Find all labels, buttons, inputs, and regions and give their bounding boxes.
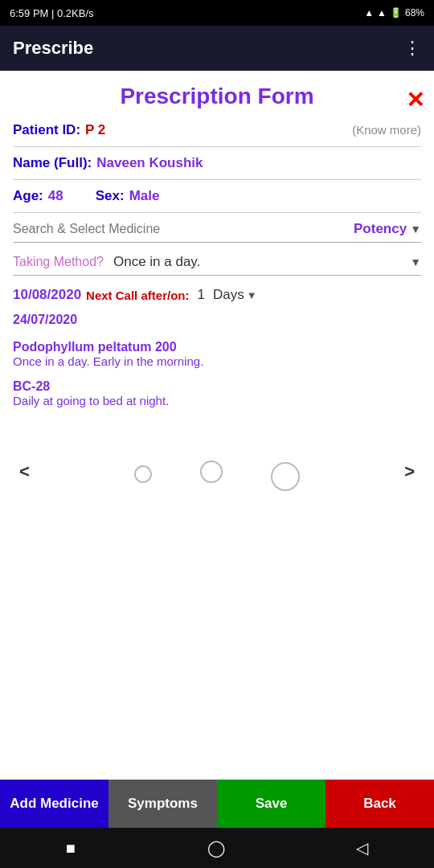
taking-method-label: Taking Method?	[13, 255, 104, 269]
days-chevron-icon: ▼	[247, 289, 257, 301]
medicine-entry-1: Podophyllum peltatum 200 Once in a day. …	[13, 340, 421, 368]
potency-chevron-icon: ▼	[410, 223, 421, 235]
medicine-entry-2: BC-28 Daily at going to bed at night.	[13, 379, 421, 407]
wifi-icon: ▲	[377, 7, 387, 18]
battery-percent: 68%	[405, 7, 424, 18]
carousel-dot-3[interactable]	[271, 462, 300, 491]
medicine-instructions-1: Once in a day. Early in the morning.	[13, 354, 421, 368]
age-label: Age:	[13, 188, 43, 204]
days-value: Days	[213, 287, 244, 303]
nav-square-icon[interactable]: ■	[66, 839, 76, 858]
carousel-area: < >	[13, 432, 421, 512]
date-call-row: 10/08/2020 Next Call after/on: 1 Days ▼	[13, 287, 421, 303]
patient-id-value: P 2	[85, 122, 105, 138]
battery-icon: 🔋	[390, 7, 402, 18]
next-call-label: Next Call after/on:	[86, 289, 189, 302]
name-row: Name (Full): Naveen Koushik	[13, 155, 421, 171]
nav-title: Prescribe	[13, 38, 93, 59]
medicine-name-1: Podophyllum peltatum 200	[13, 340, 421, 354]
previous-date: 24/07/2020	[13, 313, 421, 327]
status-bar: 6:59 PM | 0.2KB/s ▲ ▲ 🔋 68%	[0, 0, 434, 26]
prescription-form: Prescription Form Patient ID: P 2 (Know …	[0, 71, 434, 778]
signal-icon: ▲	[364, 7, 374, 18]
know-more-link[interactable]: (Know more)	[352, 123, 421, 137]
name-value: Naveen Koushik	[96, 155, 203, 171]
age-sex-row: Age: 48 Sex: Male	[13, 188, 421, 204]
divider-3	[13, 212, 421, 213]
nav-triangle-icon[interactable]: ◁	[356, 838, 368, 858]
taking-method-row: Taking Method? Once in a day. ▼	[13, 254, 421, 276]
name-label: Name (Full):	[13, 155, 92, 171]
divider-2	[13, 179, 421, 180]
save-button[interactable]: Save	[217, 780, 326, 828]
close-button[interactable]: ✕	[406, 87, 424, 113]
sex-label: Sex:	[96, 188, 125, 204]
sex-value: Male	[129, 188, 160, 204]
status-time: 6:59 PM | 0.2KB/s	[10, 7, 94, 19]
medicine-name-2: BC-28	[13, 379, 421, 394]
medicine-search-row: Potency ▼	[13, 221, 421, 243]
menu-icon[interactable]: ⋮	[403, 38, 421, 59]
carousel-dots	[134, 461, 300, 483]
carousel-right-arrow[interactable]: >	[404, 461, 415, 482]
status-icons: ▲ ▲ 🔋 68%	[364, 7, 424, 18]
nav-circle-icon[interactable]: ◯	[207, 838, 225, 858]
taking-method-chevron-icon[interactable]: ▼	[410, 256, 421, 268]
next-call-num: 1	[197, 287, 204, 303]
days-dropdown[interactable]: Days ▼	[213, 287, 257, 303]
add-medicine-button[interactable]: Add Medicine	[0, 780, 108, 828]
age-value: 48	[48, 188, 63, 204]
taking-method-value: Once in a day.	[113, 254, 410, 270]
nav-bar: Prescribe ⋮	[0, 26, 434, 71]
medicine-search-input[interactable]	[13, 222, 354, 236]
divider-1	[13, 146, 421, 147]
patient-id-label: Patient ID:	[13, 122, 80, 138]
back-button[interactable]: Back	[326, 780, 434, 828]
form-title: Prescription Form	[13, 84, 421, 109]
patient-id-row: Patient ID: P 2 (Know more)	[13, 122, 421, 138]
potency-dropdown[interactable]: Potency ▼	[354, 221, 421, 237]
carousel-dot-1[interactable]	[134, 465, 152, 483]
carousel-dot-2[interactable]	[200, 461, 223, 483]
potency-label: Potency	[354, 221, 407, 237]
system-nav-bar: ■ ◯ ◁	[0, 828, 434, 868]
medicine-instructions-2: Daily at going to bed at night.	[13, 394, 421, 407]
carousel-left-arrow[interactable]: <	[19, 461, 30, 482]
bottom-action-bar: Add Medicine Symptoms Save Back	[0, 780, 434, 828]
current-date: 10/08/2020	[13, 287, 81, 303]
symptoms-button[interactable]: Symptoms	[108, 780, 217, 828]
